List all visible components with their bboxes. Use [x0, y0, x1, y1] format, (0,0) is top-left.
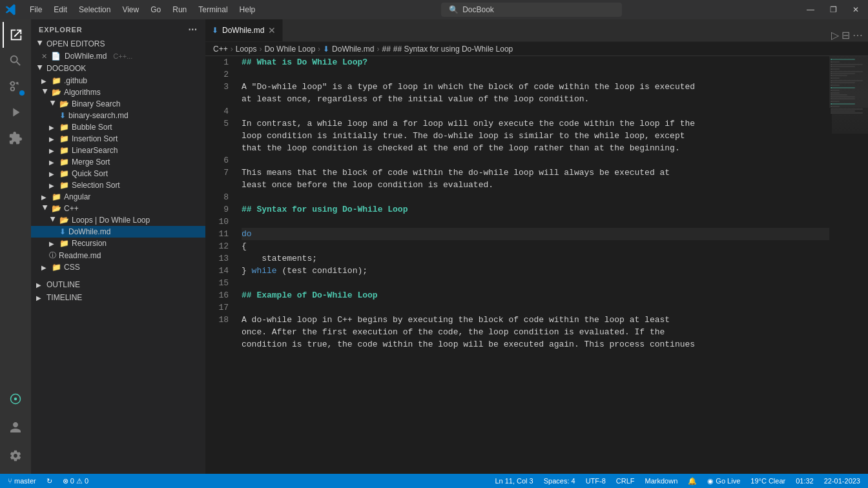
- breadcrumb-sep4: ›: [377, 45, 379, 54]
- sidebar-item-binary-search[interactable]: ▶ 📂 Binary Search: [31, 98, 205, 110]
- code-line-2: [242, 68, 829, 81]
- menu-selection[interactable]: Selection: [74, 4, 116, 15]
- open-editor-name: DoWhile.md: [65, 52, 107, 61]
- git-branch-icon: ⑂: [8, 477, 12, 485]
- status-go-live[interactable]: ◉ Go Live: [705, 477, 743, 485]
- folder-icon: 📁: [59, 123, 69, 132]
- close-button[interactable]: ✕: [849, 5, 863, 14]
- line-numbers: 1 2 3 4 5 6 7 8 9 10 11 12 13 14 15 16: [205, 56, 236, 474]
- outline-label: OUTLINE: [46, 280, 80, 289]
- menu-file[interactable]: File: [25, 4, 47, 15]
- activity-search[interactable]: [3, 48, 28, 74]
- title-search-box[interactable]: 🔍 DocBook: [441, 3, 622, 17]
- warning-icon: ⚠: [76, 477, 83, 485]
- sidebar-item-merge-sort[interactable]: ▶ 📁 Merge Sort: [31, 156, 205, 168]
- minimap: [829, 56, 868, 474]
- sidebar-item-insertion-sort[interactable]: ▶ 📁 Insertion Sort: [31, 133, 205, 145]
- activity-settings[interactable]: [3, 443, 28, 469]
- outline-section[interactable]: ▶ OUTLINE: [31, 278, 205, 291]
- sidebar-item-bubble-sort[interactable]: ▶ 📁 Bubble Sort: [31, 121, 205, 133]
- sidebar-item-label: Insertion Sort: [72, 134, 118, 143]
- split-editor-icon[interactable]: ⊟: [842, 29, 850, 41]
- close-icon[interactable]: ✕: [41, 52, 47, 61]
- restore-button[interactable]: ❐: [826, 5, 841, 14]
- breadcrumb-loops[interactable]: Loops: [236, 45, 257, 54]
- run-preview-icon[interactable]: ▷: [831, 29, 839, 41]
- status-branch[interactable]: ⑂ master: [5, 477, 39, 485]
- code-content: ## What is Do While Loop?: [242, 56, 367, 68]
- sidebar-item-selection-sort[interactable]: ▶ 📁 Selection Sort: [31, 179, 205, 191]
- sidebar-item-recursion[interactable]: ▶ 📁 Recursion: [31, 238, 205, 249]
- sidebar-item-label: Selection Sort: [72, 181, 120, 190]
- menu-view[interactable]: View: [117, 4, 144, 15]
- algorithms-chevron: ▶: [42, 88, 49, 96]
- status-encoding[interactable]: UTF-8: [583, 477, 608, 485]
- status-spaces[interactable]: Spaces: 4: [541, 477, 578, 485]
- editor-content[interactable]: 1 2 3 4 5 6 7 8 9 10 11 12 13 14 15 16: [205, 56, 868, 474]
- status-bar: ⑂ master ↻ ⊗ 0 ⚠ 0 Ln 11, Col 3 Spaces: …: [0, 474, 868, 488]
- open-editor-dowhile[interactable]: ✕ 📄 DoWhile.md C++...: [31, 50, 205, 62]
- open-editors-section[interactable]: ▶ OPEN EDITORS: [31, 37, 205, 50]
- sidebar-item-binary-search-md[interactable]: ⬇ binary-search.md: [31, 110, 205, 121]
- folder-icon: 📁: [59, 181, 69, 190]
- status-line-ending[interactable]: CRLF: [614, 477, 637, 485]
- activity-extensions[interactable]: [3, 125, 28, 151]
- status-errors[interactable]: ⊗ 0 ⚠ 0: [60, 477, 91, 485]
- sidebar-item-cpp[interactable]: ▶ 📂 C++: [31, 203, 205, 214]
- activity-explorer[interactable]: [3, 22, 28, 48]
- breadcrumb-sep3: ›: [318, 45, 320, 54]
- go-live-icon: ◉: [707, 477, 714, 485]
- sidebar-item-css[interactable]: ▶ 📁 CSS: [31, 261, 205, 273]
- github-chevron: ▶: [41, 77, 49, 85]
- breadcrumb-sep2: ›: [259, 45, 262, 54]
- menu-edit[interactable]: Edit: [48, 4, 72, 15]
- code-line-4: [242, 105, 829, 117]
- angular-chevron: ▶: [41, 194, 49, 201]
- search-icon: 🔍: [449, 5, 459, 14]
- new-file-icon[interactable]: ⋯: [188, 25, 198, 35]
- sidebar-title: EXPLORER: [39, 26, 83, 34]
- sidebar-item-label: Binary Search: [72, 99, 120, 108]
- sidebar-item-quick-sort[interactable]: ▶ 📁 Quick Sort: [31, 168, 205, 179]
- sidebar-item-algorithms[interactable]: ▶ 📂 Algorithms: [31, 86, 205, 98]
- status-position[interactable]: Ln 11, Col 3: [492, 477, 535, 485]
- activity-remote[interactable]: [3, 386, 28, 412]
- menu-run[interactable]: Run: [167, 4, 192, 15]
- code-line-3b: at least once, regardless of the initial…: [242, 93, 829, 105]
- timeline-section[interactable]: ▶ TIMELINE: [31, 291, 205, 304]
- breadcrumb-cpp[interactable]: C++: [213, 45, 228, 54]
- tab-dowhile[interactable]: ⬇ DoWhile.md ✕: [205, 19, 283, 41]
- activity-source-control[interactable]: [3, 74, 28, 99]
- docbook-section[interactable]: ▶ DOCBOOK: [31, 62, 205, 75]
- code-line-7b: least once before the loop condition is …: [242, 179, 829, 191]
- menu-terminal[interactable]: Terminal: [193, 4, 232, 15]
- breadcrumb-section[interactable]: ## Syntax for using Do-While Loop: [393, 45, 513, 54]
- code-line-5b: loop condition is initially true. The do…: [242, 130, 829, 142]
- status-bell-icon[interactable]: 🔔: [685, 477, 699, 485]
- sidebar-item-readme[interactable]: ⓘ Readme.md: [31, 249, 205, 261]
- status-sync[interactable]: ↻: [44, 477, 55, 485]
- status-time: 01:32: [793, 477, 816, 485]
- sidebar-item-github[interactable]: ▶ 📁 .github: [31, 75, 205, 86]
- sidebar-item-label: Quick Sort: [72, 169, 108, 178]
- sidebar-item-loops-dowhile[interactable]: ▶ 📂 Loops | Do While Loop: [31, 214, 205, 226]
- activity-run[interactable]: [3, 99, 28, 125]
- breadcrumb-dowhile[interactable]: Do While Loop: [264, 45, 315, 54]
- folder-icon: 📁: [59, 158, 69, 167]
- tab-close-button[interactable]: ✕: [268, 25, 276, 36]
- css-chevron: ▶: [41, 264, 49, 271]
- sidebar-item-linear-search[interactable]: ▶ 📁 LinearSearch: [31, 145, 205, 156]
- status-language[interactable]: Markdown: [643, 477, 681, 485]
- activity-account[interactable]: [3, 414, 28, 440]
- menu-go[interactable]: Go: [145, 4, 166, 15]
- sidebar-item-angular[interactable]: ▶ 📁 Angular: [31, 191, 205, 203]
- code-editor[interactable]: ## What is Do While Loop? A "Do-while lo…: [236, 56, 829, 474]
- minimap-thumbnail: [832, 56, 868, 134]
- menu-help[interactable]: Help: [234, 4, 261, 15]
- breadcrumb-filename[interactable]: DoWhile.md: [332, 45, 374, 54]
- more-actions-icon[interactable]: ⋯: [852, 29, 863, 41]
- sidebar-item-dowhile-md[interactable]: ⬇ DoWhile.md: [31, 226, 205, 238]
- folder-icon: 📁: [59, 134, 69, 143]
- minimize-button[interactable]: —: [803, 5, 818, 14]
- tab-bar: ⬇ DoWhile.md ✕ ▷ ⊟ ⋯: [205, 19, 868, 42]
